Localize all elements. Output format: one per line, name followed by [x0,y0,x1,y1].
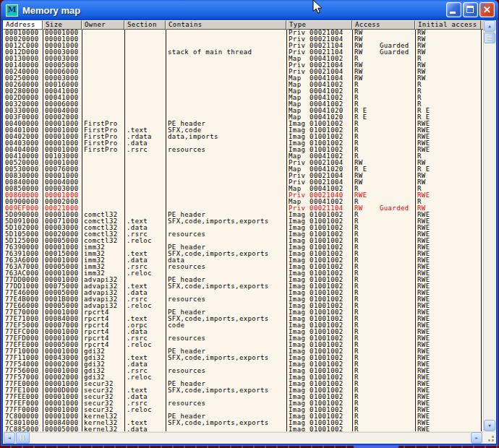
cell-size: 00020000 [43,231,82,238]
table-row[interactable]: 7C80000000001000kernel32PE headerImag 01… [3,413,484,420]
table-row[interactable]: 763AC00000001000imm32.relocImag 01001002… [3,270,484,277]
horizontal-scrollbar[interactable]: ◄ ► [3,431,484,444]
table-row[interactable]: 77EFC00000001000rpcrt4.dataImag 01001002… [3,329,484,335]
table-row[interactable]: 0090000000002000Map 00041002RR [3,199,484,205]
table-row[interactable]: 77EFE00000005000rpcrt4.relocImag 0100100… [3,342,484,348]
cell-initial_access: RW [415,160,481,166]
table-row[interactable]: 77FEE00000001000secur32.dataImag 0100100… [3,394,484,400]
table-row[interactable]: 77E4B0000001B000advapi32.rsrcresourcesIm… [3,296,484,303]
vertical-scroll-thumb[interactable] [484,33,495,43]
cell-contains [166,36,286,43]
table-row[interactable]: 0084000000004000Priv 00021004RWRW [3,179,484,186]
table-row[interactable]: 77FE000000001000secur32PE headerImag 010… [3,381,484,387]
table-row[interactable]: 0040300000001000FirstPro.dataImag 010010… [3,140,484,147]
table-row[interactable]: 003F000000002000Map 00041020R ER E [3,114,484,121]
table-row[interactable]: 77F5600000001000gdi32.rsrcresourcesImag … [3,368,484,374]
table-row[interactable]: 77F1100000043000gdi32.textSFX,code,impor… [3,355,484,361]
resize-grip[interactable] [483,431,496,444]
table-row[interactable]: 0012C00000001000Priv 00021104RW GuardedR… [3,43,484,49]
table-row[interactable]: 0026000000016000Map 00041002RR [3,82,484,88]
table-row[interactable]: 0012D00000003000stack of main threadPriv… [3,49,484,56]
table-row[interactable]: 77E7100000084000rpcrt4.textSFX,code,impo… [3,316,484,322]
cell-contains [166,361,286,368]
table-row[interactable]: 77E6600000005000advapi32.relocImag 01001… [3,303,484,309]
horizontal-scroll-thumb[interactable] [16,432,30,444]
maximize-button[interactable] [463,2,478,17]
table-row[interactable]: 009EF00000021000Priv 00021104RW GuardedR… [3,205,484,212]
table-row[interactable]: 0014000000005000Priv 00021004RWRW [3,62,484,69]
scroll-left-button[interactable]: ◄ [4,432,15,444]
table-row[interactable]: 0040100000001000FirstPro.textSFX,codeIma… [3,127,484,134]
table-row[interactable]: 0040400000001000FirstPro.rsrcresourcesIm… [3,147,484,153]
table-row[interactable]: 0053000000076000Map 00041020R ER E [3,166,484,173]
table-row[interactable]: 77DD000000001000advapi32PE headerImag 01… [3,277,484,283]
table-row[interactable]: 002D000000041000Map 00041002RR [3,95,484,101]
cell-type: Imag 01001002 [286,387,352,394]
table-body[interactable]: 0001000000001000Priv 00021004RWRW0002000… [3,30,484,431]
table-row[interactable]: 0040200000001000FirstPro.rdatadata,impor… [3,134,484,140]
table-row[interactable]: 0002000000001000Priv 00021004RWRW [3,36,484,43]
vertical-scrollbar[interactable]: ▲ ▼ [483,20,496,431]
cell-access: R [352,381,415,387]
table-row[interactable]: 0032000000006000Map 00041002RR [3,101,484,108]
column-header-section[interactable]: Section [124,20,166,30]
table-row[interactable]: 0083000000001000Priv 00021004RWRW [3,173,484,179]
cell-type: Imag 01001002 [286,264,352,270]
column-header-access[interactable]: Access [352,20,415,30]
table-row[interactable]: 77F5700000002000gdi32.relocImag 01001002… [3,374,484,381]
table-row[interactable]: 5D10500000020000comctl32.rsrcresourcesIm… [3,231,484,238]
table-row[interactable]: 7639100000015000imm32.textSFX,code,impor… [3,251,484,257]
table-row[interactable]: 5D09100000071000comctl32.textSFX,code,im… [3,218,484,225]
cell-access: RWE [352,192,415,199]
table-row[interactable]: 7C88500000005000kernel32.dataImag 010010… [3,426,484,431]
table-row[interactable]: 77FE10000000D000secur32.textSFX,code,imp… [3,387,484,394]
cell-access: RW [352,36,415,43]
title-bar[interactable]: M Memory map ✕ [1,0,498,20]
column-header-owner[interactable]: Owner [82,20,124,30]
cell-type: Priv 00021004 [286,62,352,69]
table-row[interactable]: 5D12500000005000comctl32.relocImag 01001… [3,238,484,244]
table-row[interactable]: 5D10200000003000comctl32.dataImag 010010… [3,225,484,231]
table-row[interactable]: 0024000000006000Priv 00021004RWRW [3,69,484,75]
column-header-address[interactable]: Address [3,20,43,30]
table-row[interactable]: 77E7000000001000rpcrt4PE headerImag 0100… [3,309,484,316]
minimize-button[interactable] [446,2,461,17]
cell-section [124,121,166,127]
column-header-contains[interactable]: Contains [166,20,286,30]
cell-contains [166,62,286,69]
table-row[interactable]: 0086000000001000Priv 00021040RWERWE [3,192,484,199]
table-row[interactable]: 77FF000000001000secur32.relocImag 010010… [3,407,484,413]
cell-size: 00084000 [43,316,82,322]
table-row[interactable]: 0052000000001000Priv 00021004RWRW [3,160,484,166]
table-row[interactable]: 0033000000004000Map 00041020R ER E [3,108,484,114]
table-row[interactable]: 77F5400000002000gdi32.dataImag 01001002R… [3,361,484,368]
table-row[interactable]: 77EF500000007000rpcrt4.orpccodeImag 0100… [3,322,484,329]
table-row[interactable]: 5D09000000001000comctl32PE headerImag 01… [3,212,484,218]
table-row[interactable]: 7639000000001000imm32PE headerImag 01001… [3,244,484,251]
table-row[interactable]: 77DD100000075000advapi32.textSFX,code,im… [3,283,484,290]
cell-section: .reloc [124,374,166,381]
table-row[interactable]: 77EFD00000001000rpcrt4.rsrcresourcesImag… [3,335,484,342]
table-row[interactable]: 763A700000005000imm32.rsrcresourcesImag … [3,264,484,270]
table-row[interactable]: 0041000000103000Map 00041002RR [3,153,484,160]
cell-contains [166,374,286,381]
cell-type: Imag 01001002 [286,134,352,140]
table-row[interactable]: 0028000000041000Map 00041002RR [3,88,484,95]
column-header-type[interactable]: Type [286,20,352,30]
table-row[interactable]: 77F1000000001000gdi32PE headerImag 01001… [3,348,484,355]
scroll-right-button[interactable]: ► [471,432,482,444]
table-row[interactable]: 0001000000001000Priv 00021004RWRW [3,30,484,36]
table-row[interactable]: 763A600000001000imm32.datadataImag 01001… [3,257,484,264]
scroll-down-button[interactable]: ▼ [484,420,495,431]
table-row[interactable]: 77FEF00000001000secur32.rsrcresourcesIma… [3,400,484,407]
close-button[interactable]: ✕ [479,2,495,17]
table-row[interactable]: 0040000000001000FirstProPE headerImag 01… [3,121,484,127]
table-row[interactable]: 0085000000003000Map 00041002RR [3,186,484,192]
table-row[interactable]: 77E4600000005000advapi32.dataImag 010010… [3,290,484,296]
table-row[interactable]: 7C80100000084000kernel32.textSFX,code,im… [3,420,484,426]
scroll-up-button[interactable]: ▲ [484,20,495,32]
column-header-initial-access[interactable]: Initial access [415,20,481,30]
table-row[interactable]: 0013000000003000Map 00041002RR [3,56,484,62]
column-header-size[interactable]: Size [43,20,82,30]
table-row[interactable]: 0025000000003000Map 00041004RWRW [3,75,484,82]
